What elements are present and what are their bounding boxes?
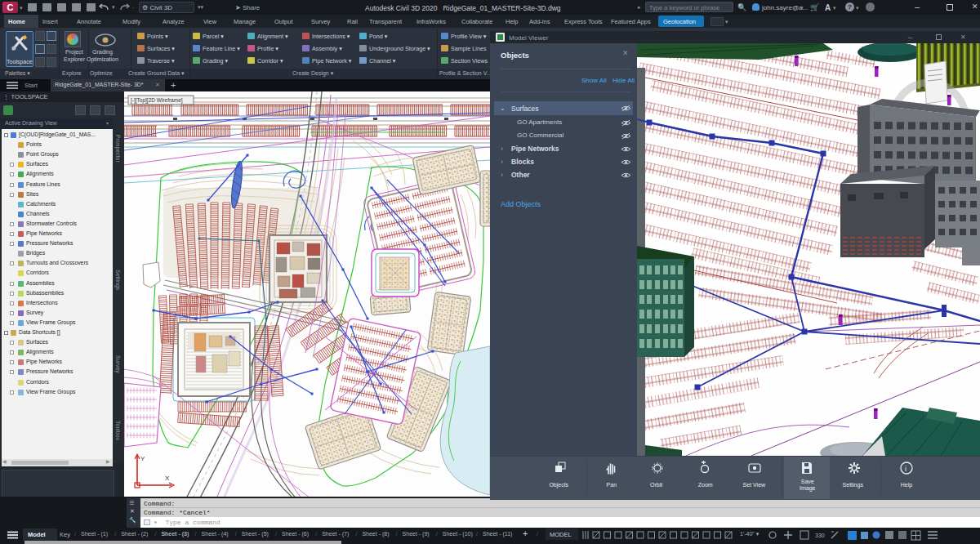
svg-text:i: i [905,465,906,473]
svg-text:X: X [165,475,170,482]
svg-text:330: 330 [815,533,825,538]
svg-text:[-][Top][2D Wireframe]: [-][Top][2D Wireframe] [131,97,183,104]
svg-text:Y: Y [140,455,145,462]
